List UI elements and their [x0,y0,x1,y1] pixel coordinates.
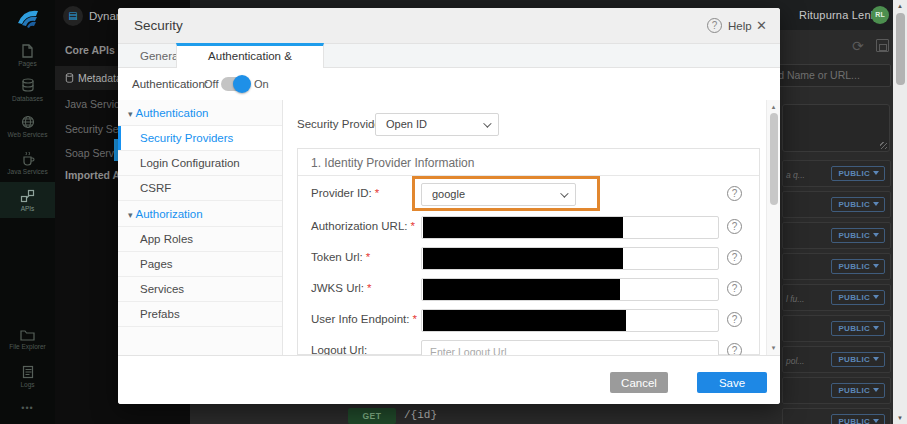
tab-authentication-authorization[interactable]: Authentication & Authorization [176,43,324,68]
database-icon [21,78,35,93]
help-icon[interactable]: ? [707,18,722,33]
avatar[interactable]: RL [871,6,889,24]
cancel-button[interactable]: Cancel [610,372,668,393]
authorization-url-label: Authorization URL:* [311,220,415,232]
help-icon[interactable]: ? [727,343,742,355]
public-access-dropdown[interactable]: PUBLIC [831,259,885,274]
modal-left-nav: ▾Authentication Security Providers Login… [118,100,283,355]
logs-icon [22,365,34,379]
jwks-url-input[interactable] [421,278,719,301]
chevron-down-icon [873,326,879,330]
help-icon[interactable]: ? [727,312,742,327]
public-access-dropdown[interactable]: PUBLIC [831,352,885,367]
sidebar-item-java-services[interactable]: Java Services [0,144,55,182]
endpoint-row[interactable]: PUBLIC [782,315,891,342]
toggle-knob[interactable] [233,75,251,93]
nav-item-prefabs[interactable]: Prefabs [118,302,282,327]
public-access-dropdown[interactable]: PUBLIC [831,228,885,243]
chevron-down-icon [873,357,879,361]
public-access-dropdown[interactable]: PUBLIC [831,414,885,424]
more-icon: ••• [21,405,33,412]
toggle-off-label: Off [204,78,218,90]
chevron-down-icon [873,233,879,237]
refresh-icon[interactable]: ⟳ [852,39,864,53]
public-access-dropdown[interactable]: PUBLIC [831,383,885,398]
app-scrollbar[interactable]: ▲ ▼ [893,0,907,424]
nav-item-services[interactable]: Services [118,277,282,302]
chevron-down-icon [483,119,491,127]
redacted-value [423,279,620,301]
endpoint-row[interactable]: pol... PUBLIC [782,346,891,373]
sidebar-item-logs[interactable]: Logs [0,358,55,394]
authorization-url-input[interactable] [421,216,719,239]
endpoint-row[interactable]: l fu... PUBLIC [782,284,891,311]
pages-icon [21,44,34,58]
icon-sidebar: Pages Databases Web Services Java Servic… [0,0,55,424]
modal-scrollbar[interactable]: ▴ ▾ [766,100,780,355]
endpoint-row[interactable]: PUBLIC [782,191,891,218]
sidebar-item-more[interactable]: ••• [0,398,55,418]
sidebar-item-web-services[interactable]: Web Services [0,108,55,144]
nav-item-security-providers[interactable]: Security Providers [118,126,282,151]
scrollbar-thumb[interactable] [770,113,778,205]
project-icon: ▤ [63,6,83,26]
wavemaker-logo[interactable] [0,0,55,36]
sidebar-item-databases[interactable]: Databases [0,72,55,108]
endpoint-text-fragment: pol... [786,356,804,366]
endpoint-text-fragment: l fu... [786,294,804,304]
endpoint-row[interactable]: PUBLIC [782,253,891,280]
scroll-down-icon[interactable]: ▾ [767,344,780,352]
resize-handle-icon[interactable] [880,142,887,149]
sidebar-item-apis[interactable]: APIs [0,182,55,218]
endpoint-row[interactable]: PUBLIC [782,377,891,404]
sidebar-item-file-explorer[interactable]: File Explorer [0,320,55,358]
scrollbar-thumb[interactable] [896,13,905,85]
scroll-up-icon[interactable]: ▲ [893,3,907,9]
section-header-core-apis: Core APIs [65,44,115,56]
divider [298,175,759,176]
nav-item-app-roles[interactable]: App Roles [118,227,282,252]
endpoint-row[interactable]: PUBLIC [782,222,891,249]
modal-content: Security Provider: Open ID 1. Identity P… [283,100,767,355]
token-url-input[interactable] [421,247,719,270]
help-icon[interactable]: ? [727,219,742,234]
authentication-toggle[interactable] [221,77,248,91]
public-access-dropdown[interactable]: PUBLIC [831,290,885,305]
logout-url-input[interactable] [421,340,719,355]
scroll-down-icon[interactable]: ▼ [893,415,907,421]
request-body-box[interactable] [782,104,890,152]
public-access-dropdown[interactable]: PUBLIC [831,166,885,181]
user-info-endpoint-input[interactable] [421,309,719,332]
help-label[interactable]: Help [728,20,752,32]
app-background: Ritupurna Lenka RL ⟳ Method Name or URL.… [0,0,907,424]
help-icon[interactable]: ? [727,250,742,265]
security-provider-select[interactable]: Open ID [375,113,499,136]
chevron-down-icon [560,189,568,197]
scroll-up-icon[interactable]: ▴ [767,103,780,111]
modal-header: Security ? Help ✕ [118,8,780,44]
provider-id-label: Provider ID:* [311,187,379,199]
page-title: Security [134,18,183,33]
nav-item-pages[interactable]: Pages [118,252,282,277]
public-access-dropdown[interactable]: PUBLIC [831,197,885,212]
nav-group-authentication[interactable]: ▾Authentication [118,100,282,126]
public-access-dropdown[interactable]: PUBLIC [831,321,885,336]
endpoint-row[interactable]: PUBLIC [782,408,891,424]
close-icon[interactable]: ✕ [756,18,767,33]
coffee-icon [21,151,35,166]
nav-item-csrf[interactable]: CSRF [118,176,282,201]
database-icon [65,73,74,83]
endpoint-row[interactable]: a q... PUBLIC [782,160,891,187]
save-icon[interactable] [876,39,889,52]
help-icon[interactable]: ? [727,281,742,296]
provider-id-select[interactable]: google [421,183,576,206]
sidebar-item-pages[interactable]: Pages [0,38,55,72]
nav-group-authorization[interactable]: ▾Authorization [118,201,282,227]
chevron-down-icon [873,202,879,206]
endpoint-text-fragment: a q... [786,170,805,180]
globe-icon [21,115,35,129]
help-icon[interactable]: ? [727,186,742,201]
save-button[interactable]: Save [697,372,767,393]
nav-item-login-configuration[interactable]: Login Configuration [118,151,282,176]
redacted-value [423,310,626,332]
